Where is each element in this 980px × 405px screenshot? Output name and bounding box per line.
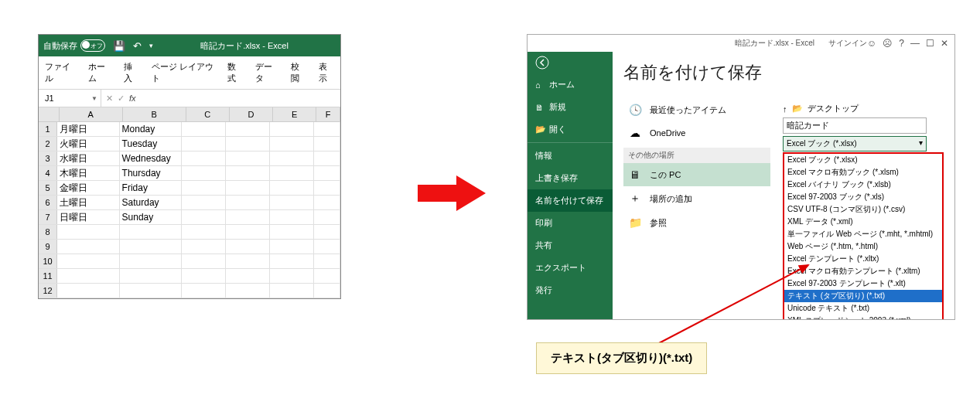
cell[interactable]	[314, 284, 340, 298]
cell[interactable]	[270, 151, 314, 165]
filetype-option[interactable]: Web ページ (*.htm, *.html)	[784, 240, 942, 253]
col-header[interactable]: E	[273, 107, 316, 121]
cell[interactable]	[182, 122, 226, 136]
filetype-option[interactable]: CSV UTF-8 (コンマ区切り) (*.csv)	[784, 203, 942, 216]
cell[interactable]	[182, 225, 226, 239]
row-header[interactable]: 4	[39, 166, 57, 180]
cell[interactable]	[226, 240, 270, 254]
loc-browse[interactable]: 📁参照	[623, 211, 770, 234]
back-button[interactable]	[528, 52, 613, 73]
nav-publish[interactable]: 発行	[528, 279, 613, 301]
cell[interactable]	[314, 166, 340, 180]
col-header[interactable]: B	[123, 107, 186, 121]
cell[interactable]	[270, 210, 314, 224]
filetype-option[interactable]: Excel マクロ有効ブック (*.xlsm)	[784, 166, 942, 179]
cell[interactable]	[270, 269, 314, 283]
cell[interactable]	[120, 225, 182, 239]
cell[interactable]: 月曜日	[57, 122, 119, 136]
cell[interactable]: 水曜日	[57, 151, 119, 165]
cell[interactable]	[314, 151, 340, 165]
ribbon-tab[interactable]: 表示	[312, 56, 340, 89]
row-header[interactable]: 11	[39, 269, 57, 283]
filetype-option[interactable]: Excel 97-2003 ブック (*.xls)	[784, 191, 942, 203]
ribbon-tab[interactable]: ページ レイアウト	[145, 56, 222, 89]
cell[interactable]	[182, 151, 226, 165]
nav-open[interactable]: 📂開く	[528, 118, 613, 141]
loc-recent[interactable]: 🕓最近使ったアイテム	[623, 98, 770, 121]
path-label[interactable]: デスクトップ	[808, 103, 859, 114]
enter-icon[interactable]: ✓	[118, 94, 125, 104]
nav-home[interactable]: ⌂ホーム	[528, 73, 613, 96]
select-all-corner[interactable]	[39, 107, 60, 121]
ribbon-tab[interactable]: データ	[249, 56, 285, 89]
cell[interactable]	[226, 225, 270, 239]
cell[interactable]: 日曜日	[57, 210, 119, 224]
filetype-option[interactable]: Excel 97-2003 テンプレート (*.xlt)	[784, 277, 942, 290]
ribbon-tab[interactable]: ホーム	[82, 56, 118, 89]
row-header[interactable]: 5	[39, 181, 57, 195]
row-header[interactable]: 9	[39, 240, 57, 254]
face-icon[interactable]: ☺	[867, 38, 876, 49]
cell[interactable]	[57, 225, 119, 239]
filetype-option[interactable]: XML スプレッドシート 2003 (*.xml)	[784, 315, 942, 319]
nav-save[interactable]: 上書き保存	[528, 167, 613, 189]
cell[interactable]	[314, 269, 340, 283]
cell[interactable]	[182, 181, 226, 195]
filetype-dropdown[interactable]: Excel ブック (*.xlsx)Excel マクロ有効ブック (*.xlsm…	[783, 152, 944, 319]
col-header[interactable]: C	[186, 107, 230, 121]
filetype-option[interactable]: Excel バイナリ ブック (*.xlsb)	[784, 179, 942, 191]
cell[interactable]	[270, 254, 314, 268]
cell[interactable]	[226, 122, 270, 136]
cell[interactable]	[270, 240, 314, 254]
cell[interactable]	[182, 137, 226, 151]
cell[interactable]	[226, 166, 270, 180]
cell[interactable]	[270, 137, 314, 151]
up-icon[interactable]: ↑	[783, 104, 787, 114]
cell[interactable]	[314, 122, 340, 136]
name-box[interactable]: J1 ▼	[39, 90, 101, 107]
cell[interactable]	[120, 254, 182, 268]
row-header[interactable]: 1	[39, 122, 57, 136]
cell[interactable]	[270, 284, 314, 298]
autosave[interactable]: 自動保存 オフ	[43, 39, 105, 52]
cell[interactable]	[314, 240, 340, 254]
cell[interactable]	[182, 196, 226, 209]
close-icon[interactable]: ✕	[941, 38, 948, 49]
nav-new[interactable]: 🗎新規	[528, 96, 613, 118]
cell[interactable]	[270, 225, 314, 239]
cell[interactable]	[226, 137, 270, 151]
filetype-option[interactable]: テキスト (タブ区切り) (*.txt)	[784, 290, 942, 302]
sheet-body[interactable]: 1月曜日Monday2火曜日Tuesday3水曜日Wednesday4木曜日Th…	[39, 122, 340, 298]
ribbon-tab[interactable]: 挿入	[118, 56, 145, 89]
cell[interactable]: Thursday	[120, 166, 182, 180]
filetype-option[interactable]: XML データ (*.xml)	[784, 216, 942, 228]
cell[interactable]	[226, 151, 270, 165]
cell[interactable]	[57, 254, 119, 268]
row-header[interactable]: 7	[39, 210, 57, 224]
filename-input[interactable]: 暗記カード	[783, 117, 927, 134]
cell[interactable]: Friday	[120, 181, 182, 195]
col-header[interactable]: F	[316, 107, 340, 121]
cell[interactable]	[182, 240, 226, 254]
chevron-down-icon[interactable]: ▼	[91, 95, 97, 102]
cell[interactable]	[226, 284, 270, 298]
cell[interactable]	[314, 196, 340, 209]
row-header[interactable]: 2	[39, 137, 57, 151]
filetype-option[interactable]: Excel テンプレート (*.xltx)	[784, 253, 942, 265]
cell[interactable]	[182, 269, 226, 283]
ribbon-tab[interactable]: 校閲	[285, 56, 312, 89]
help-icon[interactable]: ?	[899, 38, 904, 49]
cell[interactable]	[314, 225, 340, 239]
cell[interactable]: 金曜日	[57, 181, 119, 195]
cell[interactable]	[182, 254, 226, 268]
cell[interactable]: 土曜日	[57, 196, 119, 209]
cell[interactable]	[226, 196, 270, 209]
row-header[interactable]: 3	[39, 151, 57, 165]
cell[interactable]: Saturday	[120, 196, 182, 209]
nav-share[interactable]: 共有	[528, 234, 613, 257]
save-icon[interactable]: 💾	[113, 40, 125, 52]
cell[interactable]	[57, 284, 119, 298]
col-header[interactable]: D	[230, 107, 273, 121]
filetype-option[interactable]: Excel ブック (*.xlsx)	[784, 154, 942, 166]
row-header[interactable]: 12	[39, 284, 57, 298]
